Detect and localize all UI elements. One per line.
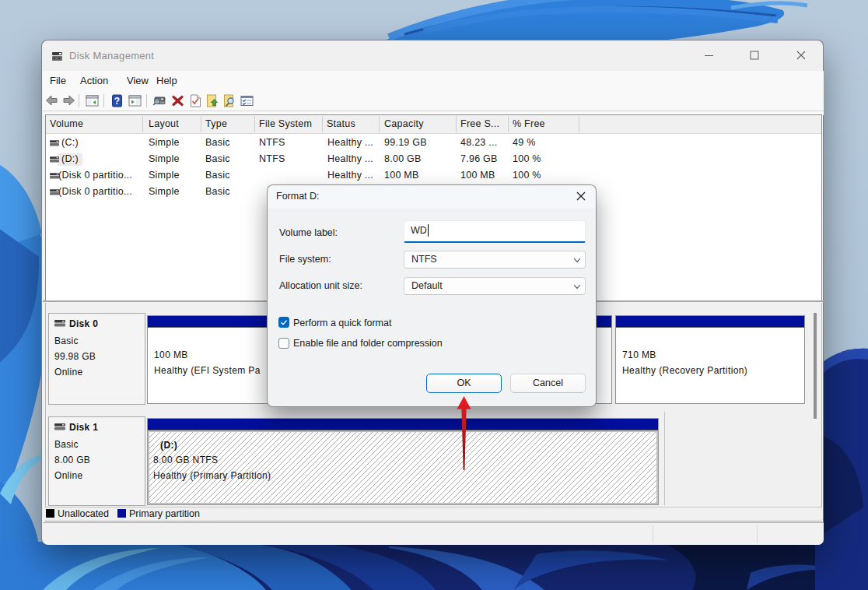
- svg-text:?: ?: [114, 96, 120, 107]
